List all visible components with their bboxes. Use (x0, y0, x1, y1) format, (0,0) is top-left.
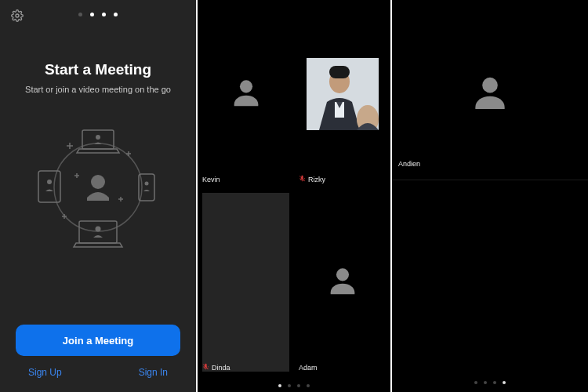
participant-video (307, 58, 379, 130)
page-dot[interactable] (297, 384, 300, 387)
page-indicator[interactable] (474, 381, 506, 384)
svg-point-4 (96, 135, 100, 140)
svg-point-16 (336, 268, 348, 281)
participant-tile[interactable]: Rizky (294, 0, 390, 188)
page-dot[interactable] (307, 384, 310, 387)
page-dot[interactable] (288, 384, 291, 387)
page-indicator[interactable] (278, 384, 310, 387)
participant-tile[interactable]: Dinda (198, 188, 294, 376)
person-icon (468, 71, 512, 118)
participant-name: Rizky (299, 175, 325, 183)
gear-icon[interactable] (11, 9, 24, 25)
carousel-dot[interactable] (114, 13, 118, 16)
join-meeting-button[interactable]: Join a Meeting (16, 325, 180, 356)
svg-point-11 (239, 80, 252, 93)
person-icon (228, 74, 264, 114)
video-off-placeholder (202, 193, 289, 372)
participant-tile[interactable]: Kevin (198, 0, 294, 188)
participant-name: Andien (398, 160, 420, 168)
svg-point-10 (145, 182, 149, 186)
svg-point-0 (16, 14, 19, 17)
carousel-dot[interactable] (102, 13, 106, 16)
sign-up-link[interactable]: Sign Up (28, 367, 62, 378)
carousel-dot[interactable] (78, 13, 82, 16)
page-dot[interactable] (484, 381, 487, 384)
page-subtitle: Start or join a video meeting on the go (25, 85, 171, 94)
devices-illustration (27, 121, 169, 254)
participant-name: Dinda (202, 363, 230, 372)
page-dot[interactable] (503, 381, 506, 384)
carousel-dot[interactable] (90, 13, 94, 16)
meeting-gallery: Kevin Rizky (196, 0, 392, 392)
carousel-indicator[interactable] (78, 13, 118, 16)
meeting-single: Andien (392, 0, 588, 392)
svg-rect-7 (38, 171, 60, 202)
participant-name: Adam (299, 364, 318, 372)
participant-tile[interactable]: Adam (294, 188, 390, 376)
page-dot[interactable] (474, 381, 477, 384)
svg-rect-14 (329, 66, 350, 78)
svg-point-17 (482, 78, 498, 93)
mic-muted-icon (202, 363, 209, 372)
svg-point-2 (91, 175, 105, 189)
page-dot[interactable] (278, 384, 281, 387)
svg-point-6 (96, 227, 101, 232)
svg-point-8 (47, 180, 52, 184)
page-title: Start a Meeting (25, 61, 171, 78)
welcome-screen: Start a Meeting Start or join a video me… (0, 0, 196, 392)
page-dot[interactable] (493, 381, 496, 384)
sign-in-link[interactable]: Sign In (139, 367, 168, 378)
participant-name: Kevin (202, 176, 220, 183)
person-icon (325, 263, 361, 302)
svg-rect-5 (79, 221, 117, 243)
mic-muted-icon (299, 175, 306, 183)
divider (392, 180, 588, 180)
